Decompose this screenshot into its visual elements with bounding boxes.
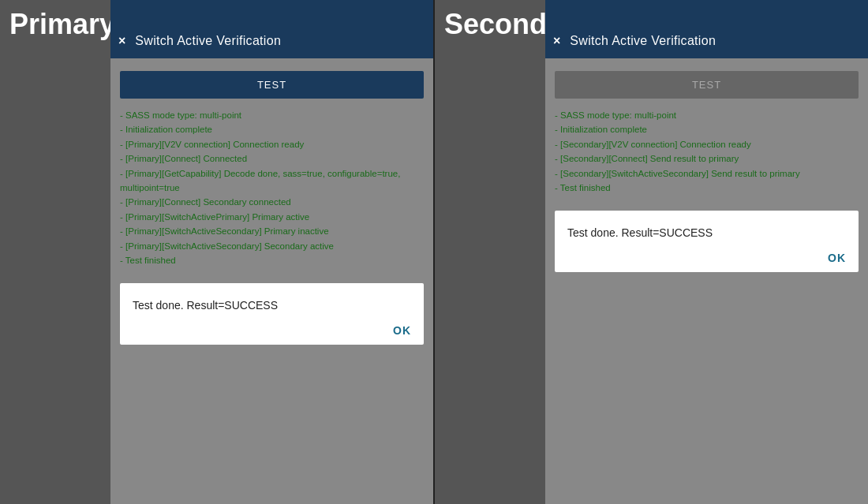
secondary-topbar [545,0,868,24]
secondary-test-button: TEST [555,71,859,99]
log-line: - [Secondary][Connect] Send result to pr… [555,151,859,166]
primary-panel: Primary × Switch Active Verification TES… [0,0,433,504]
primary-result-text: Test done. Result=SUCCESS [133,299,411,312]
secondary-ok-button-container: OK [567,252,846,264]
primary-content: TEST - SASS mode type: multi-point- Init… [110,58,433,504]
secondary-result-text: Test done. Result=SUCCESS [567,226,846,239]
primary-test-button[interactable]: TEST [120,71,424,99]
primary-ok-button[interactable]: OK [393,324,411,337]
secondary-label: Secondary [435,0,545,504]
log-line: - [Primary][GetCapability] Decode done, … [120,166,424,196]
primary-dialog-title: Switch Active Verification [135,34,281,48]
secondary-panel: Secondary × Switch Active Verification T… [435,0,868,504]
primary-phone: × Switch Active Verification TEST - SASS… [110,0,433,504]
primary-dialog-header: × Switch Active Verification [110,24,433,58]
secondary-content: TEST - SASS mode type: multi-point- Init… [545,58,868,504]
log-line: - [Primary][Connect] Secondary connected [120,195,424,209]
log-line: - [Primary][V2V connection] Connection r… [120,137,424,151]
log-line: - Initialization complete [555,122,859,136]
log-line: - [Primary][SwitchActiveSecondary] Prima… [120,224,424,238]
secondary-ok-button[interactable]: OK [828,252,846,264]
secondary-dialog-title: Switch Active Verification [570,34,716,48]
primary-topbar [110,0,433,24]
log-line: - Test finished [555,181,859,195]
log-line: - SASS mode type: multi-point [120,108,424,122]
primary-label: Primary [0,0,110,504]
primary-close-button[interactable]: × [118,34,125,48]
log-line: - [Primary][Connect] Connected [120,151,424,166]
log-line: - Test finished [120,253,424,267]
secondary-log: - SASS mode type: multi-point- Initializ… [555,108,859,195]
secondary-phone: × Switch Active Verification TEST - SASS… [545,0,868,504]
log-line: - [Primary][SwitchActiveSecondary] Secon… [120,239,424,253]
secondary-result-dialog: Test done. Result=SUCCESS OK [555,211,859,272]
primary-ok-button-container: OK [133,324,411,337]
primary-result-dialog: Test done. Result=SUCCESS OK [120,283,424,345]
log-line: - [Primary][SwitchActivePrimary] Primary… [120,210,424,224]
log-line: - [Secondary][SwitchActiveSecondary] Sen… [555,166,859,181]
primary-log: - SASS mode type: multi-point- Initializ… [120,108,424,267]
log-line: - [Secondary][V2V connection] Connection… [555,137,859,151]
log-line: - Initialization complete [120,122,424,136]
secondary-close-button[interactable]: × [553,34,560,48]
log-line: - SASS mode type: multi-point [555,108,859,122]
secondary-dialog-header: × Switch Active Verification [545,24,868,58]
